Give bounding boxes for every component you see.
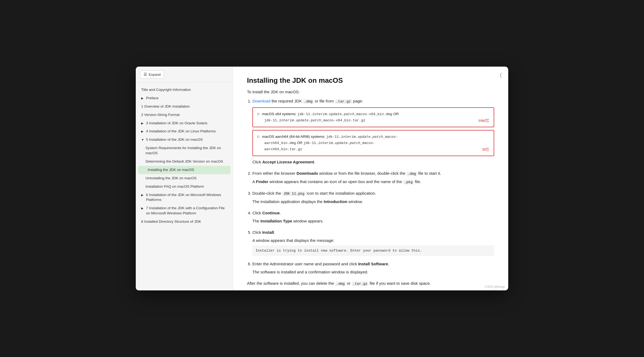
expand-button[interactable]: ☰ Expand: [140, 70, 164, 78]
sidebar-item-title-copyright[interactable]: Title and Copyright Information: [136, 86, 233, 94]
accept-license-text: Accept License Agreement: [262, 160, 314, 164]
arrow-icon-solaris: ▶: [141, 121, 144, 125]
sidebar-label-solaris: 3 Installation of JDK on Oracle Solaris: [146, 121, 207, 126]
sidebar-label-version-string: 2 Version-String Format: [141, 112, 180, 118]
steps-list: Download the required JDK .dmg or file f…: [247, 98, 494, 275]
arrow-icon-windows: ▶: [141, 193, 144, 197]
footer-dmg: .dmg: [335, 282, 346, 286]
step-3-text: Double-click the JDK 11.pkg icon to star…: [252, 191, 376, 195]
intel-label: macOS x64 systems:: [262, 112, 297, 116]
step-1-click: Click Accept License Agreement.: [252, 159, 494, 165]
sidebar-label-macos-uninstall: Uninstalling the JDK on macOS: [145, 176, 196, 181]
arrow-icon-config-file: ▶: [141, 206, 144, 210]
step-1: Download the required JDK .dmg or file f…: [252, 98, 494, 165]
sidebar-item-macos-default[interactable]: Determining the Default JDK Version on m…: [136, 157, 233, 166]
sidebar-nav: Title and Copyright Information▶Preface1…: [136, 83, 233, 290]
step-4-text: Click Continue.: [252, 211, 281, 215]
step-6-sub: The software is installed and a confirma…: [252, 269, 494, 275]
sidebar-label-config-file: 7 Installation of the JDK with a Configu…: [146, 206, 227, 216]
introduction-bold: Introduction: [324, 199, 347, 204]
intel-code3: jdk-11.: [264, 118, 279, 122]
step-2-text: From either the browser Downloads window…: [252, 171, 441, 176]
content-area: 〈 Installing the JDK on macOS To install…: [233, 67, 508, 290]
bullet-icon-arm: [257, 136, 259, 138]
intro-text: To install the JDK on macOS:: [247, 90, 494, 94]
sidebar-item-macos-install[interactable]: Installing the JDK on macOS: [138, 166, 231, 174]
finder-bold: Finder: [256, 179, 268, 184]
arm-code3: aarch64_bin.dmg: [264, 141, 296, 145]
sidebar-label-preface: Preface: [146, 96, 159, 101]
targz-code: .tar.gz: [335, 99, 352, 104]
arm-italic1: interim.update.patch: [341, 135, 383, 139]
sidebar-item-windows[interactable]: ▶6 Installation of the JDK on Microsoft …: [136, 191, 233, 204]
step-3-sub: The installation application displays th…: [252, 198, 494, 205]
sidebar-label-macos-sysreq: System Requirements for Installing the J…: [145, 146, 227, 156]
expand-label: Expand: [149, 73, 161, 77]
sidebar-item-overview[interactable]: 1 Overview of JDK Installation: [136, 102, 233, 111]
sidebar-label-linux: 4 Installation of the JDK on Linux Platf…: [146, 129, 216, 134]
download-link[interactable]: Download: [252, 99, 270, 103]
downloads-bold: Downloads: [296, 171, 318, 176]
sidebar-label-macos-install: Installing the JDK on macOS: [148, 167, 194, 173]
intel-italic2: interim.update.patch: [279, 118, 321, 122]
arm-code5: _macos-: [360, 141, 375, 145]
arm-cn-label: M芯: [482, 146, 489, 153]
arm-code4: jdk-11.: [303, 141, 318, 145]
footer-targz: .tar.gz: [352, 282, 369, 286]
sidebar-header: ☰ Expand: [136, 67, 233, 83]
sidebar-label-installed-dir: 8 Installed Directory Structure of JDK: [141, 219, 201, 224]
arm-download-box: macOS aarch64 (64-bit ARM) systems: jdk-…: [252, 130, 494, 156]
message-code: Installer is trying to install new softw…: [252, 245, 494, 256]
step-5-text: Click Install.: [252, 230, 275, 235]
arrow-icon-linux: ▶: [141, 129, 144, 133]
arm-code2: _macos-: [383, 135, 398, 139]
sidebar-item-solaris[interactable]: ▶3 Installation of JDK on Oracle Solaris: [136, 119, 233, 128]
jdk-pkg-code: JDK 11.pkg: [282, 191, 306, 196]
sidebar-item-macos-sysreq[interactable]: System Requirements for Installing the J…: [136, 144, 233, 157]
step-6-text: Enter the Administrator user name and pa…: [252, 262, 389, 266]
arm-code1: jdk-11.: [326, 135, 341, 139]
main-window: ☰ Expand Title and Copyright Information…: [136, 67, 508, 290]
step-4-sub: The Installation Type window appears.: [252, 218, 494, 224]
sidebar-label-macos-faq: Installation FAQ on macOS Platform: [145, 184, 204, 189]
step-5-sub: A window appears that displays the messa…: [252, 237, 494, 256]
intel-or: OR: [393, 112, 399, 116]
intel-italic1: interim.update.patch: [312, 112, 354, 116]
arm-code6: aarch64_bin.tar.gz: [264, 147, 302, 151]
step-1-text: Download the required JDK .dmg or file f…: [252, 99, 363, 103]
install-bold: Install: [262, 230, 274, 235]
intel-code2: _macos-x64_bin.dmg: [354, 112, 392, 116]
sidebar-item-macos-faq[interactable]: Installation FAQ on macOS Platform: [136, 183, 233, 191]
sidebar-label-windows: 6 Installation of the JDK on Microsoft W…: [146, 193, 227, 203]
close-icon[interactable]: 〈: [500, 72, 502, 78]
sidebar-item-macos[interactable]: ▼5 Installation of the JDK on macOS: [136, 136, 233, 144]
sidebar-label-title-copyright: Title and Copyright Information: [141, 87, 191, 92]
sidebar-item-preface[interactable]: ▶Preface: [136, 94, 233, 102]
sidebar-item-installed-dir[interactable]: 8 Installed Directory Structure of JDK: [136, 218, 233, 226]
sidebar-label-overview: 1 Overview of JDK Installation: [141, 104, 190, 109]
intel-code4: _macos-x64_bin.tar.gz: [321, 118, 365, 122]
intel-cn-label: Intel芯: [479, 118, 489, 124]
sidebar-label-macos-default: Determining the Default JDK Version on m…: [145, 159, 223, 164]
sidebar-item-config-file[interactable]: ▶7 Installation of the JDK with a Config…: [136, 204, 233, 218]
bullet-icon: [257, 113, 259, 115]
footer-text: After the software is installed, you can…: [247, 280, 494, 287]
step-4: Click Continue. The Installation Type wi…: [252, 210, 494, 224]
sidebar-label-macos: 5 Installation of the JDK on macOS: [146, 137, 203, 142]
sidebar-item-macos-uninstall[interactable]: Uninstalling the JDK on macOS: [136, 174, 233, 183]
arm-italic2: interim.update.patch: [318, 141, 360, 145]
arm-label: macOS aarch64 (64-bit ARM) systems:: [262, 135, 325, 139]
page-title: Installing the JDK on macOS: [247, 76, 494, 85]
arrow-icon-macos: ▼: [141, 138, 144, 142]
step-2-sub: A Finder window appears that contains an…: [252, 178, 494, 185]
step-3: Double-click the JDK 11.pkg icon to star…: [252, 190, 494, 205]
step-2: From either the browser Downloads window…: [252, 170, 494, 185]
arrow-icon-preface: ▶: [141, 96, 144, 100]
install-software-bold: Install Software: [358, 262, 388, 266]
sidebar-item-linux[interactable]: ▶4 Installation of the JDK on Linux Plat…: [136, 127, 233, 136]
pkg-code: .pkg: [403, 180, 414, 184]
sidebar-item-version-string[interactable]: 2 Version-String Format: [136, 111, 233, 119]
dmg-code: .dmg: [303, 99, 314, 104]
step-5: Click Install. A window appears that dis…: [252, 229, 494, 256]
dmg-code-2: .dmg: [406, 171, 417, 176]
